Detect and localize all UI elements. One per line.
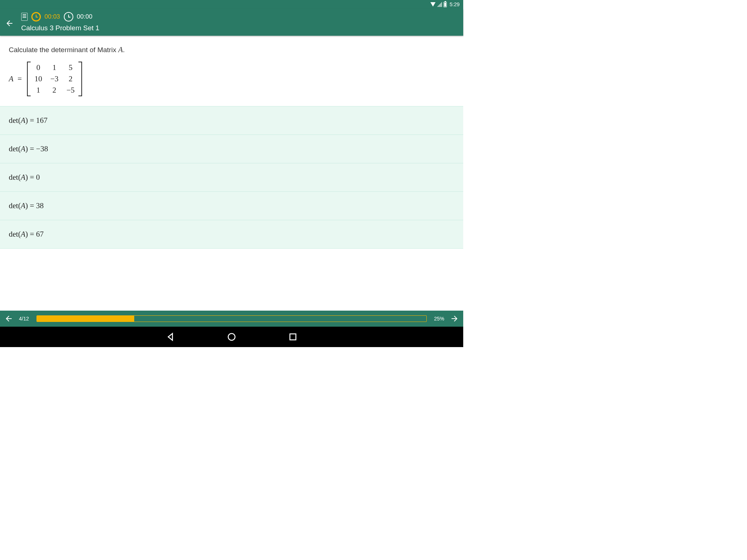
answer-value: −38 [36, 144, 48, 153]
answer-value: 0 [36, 173, 40, 182]
android-recent-button[interactable] [288, 332, 298, 342]
battery-charging-icon [444, 2, 447, 7]
matrix-var: A [9, 74, 13, 83]
arrow-left-icon [5, 19, 14, 28]
next-question-button[interactable] [449, 314, 460, 324]
elapsed-time: 00:03 [44, 13, 60, 20]
signal-icon [437, 2, 442, 7]
bottom-bar: 4/12 25% [0, 311, 463, 327]
m00: 0 [34, 63, 42, 72]
status-bar: 5:29 [0, 0, 463, 9]
m21: 2 [50, 86, 58, 95]
prompt-symbol: A [118, 45, 123, 54]
arrow-left-icon [4, 314, 13, 323]
answer-value: 67 [36, 230, 44, 238]
prev-question-button[interactable] [4, 314, 14, 324]
question-counter: 4/12 [19, 316, 31, 322]
android-nav-bar [0, 327, 463, 347]
document-icon [21, 13, 28, 21]
answer-option-3[interactable]: det(A) = 38 [0, 191, 463, 220]
app-bar: 00:03 00:00 Calculus 3 Problem Set 1 [0, 9, 463, 36]
svg-point-0 [228, 334, 235, 341]
back-button[interactable] [4, 15, 15, 32]
answer-option-1[interactable]: det(A) = −38 [0, 135, 463, 163]
m10: 10 [34, 74, 42, 83]
bracket-right-icon [78, 62, 82, 96]
answer-option-2[interactable]: det(A) = 0 [0, 163, 463, 192]
status-clock: 5:29 [450, 1, 460, 7]
progress-bar [36, 315, 427, 322]
answer-option-0[interactable]: det(A) = 167 [0, 106, 463, 135]
answer-option-4[interactable]: det(A) = 67 [0, 220, 463, 249]
m12: 2 [66, 74, 74, 83]
matrix-definition: A = 0 1 5 10 −3 2 1 2 −5 [9, 62, 454, 96]
answer-value: 38 [36, 201, 44, 210]
question-prompt: Calculate the determinant of Matrix A. [9, 45, 454, 54]
question-block: Calculate the determinant of Matrix A. A… [0, 36, 463, 106]
matrix-grid: 0 1 5 10 −3 2 1 2 −5 [31, 62, 78, 96]
matrix-eq: = [16, 74, 22, 83]
android-home-button[interactable] [227, 332, 237, 342]
square-recent-icon [288, 332, 298, 342]
circle-home-icon [227, 332, 237, 342]
prompt-suffix: . [123, 46, 125, 54]
android-back-button[interactable] [165, 332, 175, 342]
arrow-right-icon [450, 314, 459, 323]
answer-list: det(A) = 167 det(A) = −38 det(A) = 0 det… [0, 106, 463, 249]
page-title: Calculus 3 Problem Set 1 [21, 24, 99, 32]
m02: 5 [66, 63, 74, 72]
answer-value: 167 [36, 116, 48, 125]
progress-percent: 25% [432, 316, 444, 322]
bracket-left-icon [27, 62, 31, 96]
elapsed-timer-icon [31, 12, 41, 22]
m22: −5 [66, 86, 74, 95]
m11: −3 [50, 74, 58, 83]
svg-rect-1 [290, 334, 296, 340]
triangle-back-icon [165, 332, 175, 342]
m20: 1 [34, 86, 42, 95]
total-time: 00:00 [77, 13, 93, 20]
prompt-prefix: Calculate the determinant of Matrix [9, 46, 118, 54]
m01: 1 [50, 63, 58, 72]
wifi-icon [430, 2, 436, 7]
total-timer-icon [64, 12, 73, 22]
progress-fill [37, 316, 134, 322]
